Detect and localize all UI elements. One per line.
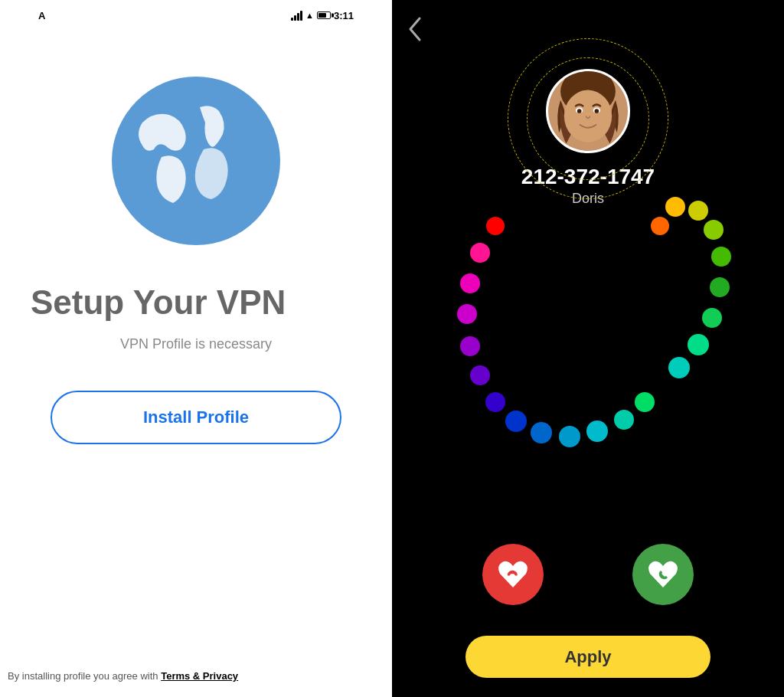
color-dot	[460, 273, 480, 293]
svg-point-0	[119, 84, 273, 237]
globe-icon	[112, 77, 280, 245]
color-dot	[614, 410, 634, 430]
color-dot	[470, 243, 490, 263]
color-dot	[531, 422, 552, 443]
color-dot	[586, 420, 608, 442]
signal-icon	[291, 10, 302, 21]
color-dot	[702, 308, 722, 328]
status-bar: A ▲ 3:11	[31, 0, 361, 31]
accept-button[interactable]	[632, 544, 694, 605]
color-dot	[704, 220, 724, 240]
color-dot	[668, 357, 690, 378]
color-dot	[710, 277, 730, 297]
status-bar-right: ▲ 3:11	[291, 10, 354, 21]
back-button[interactable]	[407, 15, 423, 47]
vpn-setup-panel: A ▲ 3:11	[0, 0, 392, 697]
terms-link[interactable]: Terms & Privacy	[161, 670, 238, 682]
install-profile-button[interactable]: Install Profile	[51, 391, 341, 444]
color-dot	[485, 392, 505, 412]
color-dot	[665, 197, 685, 217]
app-indicator: A	[38, 10, 45, 21]
terms-text: By installing profile you agree with Ter…	[8, 670, 238, 682]
color-dot	[651, 217, 669, 235]
color-dot	[635, 392, 655, 412]
color-dot	[470, 365, 490, 385]
heart-decline-icon	[496, 558, 530, 591]
heart-accept-icon	[646, 558, 680, 591]
color-dot	[460, 336, 480, 356]
apply-button[interactable]: Apply	[466, 636, 710, 678]
decline-button[interactable]	[482, 544, 544, 605]
call-screen-panel: 212-372-1747 Doris Apply	[392, 0, 784, 697]
color-dot	[688, 201, 708, 221]
battery-icon	[317, 11, 331, 19]
colorful-dots-arc	[430, 138, 744, 467]
color-dot	[505, 411, 527, 432]
color-dot	[486, 217, 505, 235]
clock: 3:11	[334, 10, 354, 21]
setup-title: Setup Your VPN	[31, 283, 361, 322]
color-dot	[457, 304, 477, 324]
globe-svg	[119, 84, 273, 237]
call-action-buttons	[392, 544, 784, 605]
color-dot	[711, 247, 731, 267]
color-dot	[559, 426, 580, 447]
network-type-icon: ▲	[305, 11, 314, 20]
color-dot	[688, 334, 709, 355]
setup-subtitle: VPN Profile is necessary	[120, 336, 272, 352]
